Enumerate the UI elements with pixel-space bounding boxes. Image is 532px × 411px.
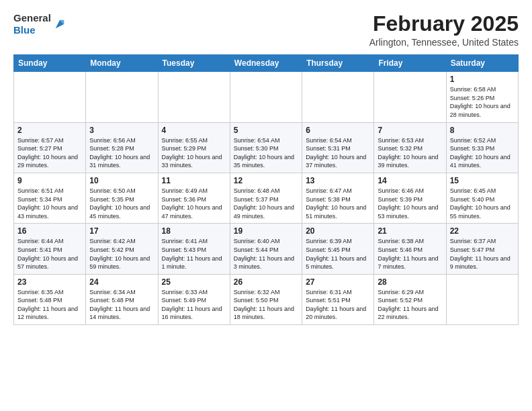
day-info: Sunrise: 6:55 AM Sunset: 5:29 PM Dayligh… bbox=[162, 136, 226, 170]
calendar-cell: 1Sunrise: 6:58 AM Sunset: 5:26 PM Daylig… bbox=[446, 72, 518, 122]
location: Arlington, Tennessee, United States bbox=[369, 37, 519, 48]
calendar-cell bbox=[374, 72, 446, 122]
day-number: 6 bbox=[306, 126, 370, 135]
calendar-cell: 2Sunrise: 6:57 AM Sunset: 5:27 PM Daylig… bbox=[14, 122, 86, 173]
day-number: 19 bbox=[234, 226, 298, 236]
day-info: Sunrise: 6:56 AM Sunset: 5:28 PM Dayligh… bbox=[89, 136, 154, 170]
weekday-header-monday: Monday bbox=[86, 55, 158, 72]
day-info: Sunrise: 6:31 AM Sunset: 5:51 PM Dayligh… bbox=[306, 288, 370, 322]
calendar-cell bbox=[302, 72, 374, 122]
calendar-cell bbox=[446, 274, 518, 324]
weekday-header-row: SundayMondayTuesdayWednesdayThursdayFrid… bbox=[14, 55, 519, 72]
day-number: 10 bbox=[89, 176, 154, 185]
week-row-4: 16Sunrise: 6:44 AM Sunset: 5:41 PM Dayli… bbox=[14, 224, 519, 274]
day-info: Sunrise: 6:44 AM Sunset: 5:41 PM Dayligh… bbox=[17, 237, 82, 271]
calendar-cell bbox=[86, 72, 158, 122]
day-number: 7 bbox=[378, 126, 442, 135]
calendar-cell bbox=[230, 72, 302, 122]
calendar-cell: 24Sunrise: 6:34 AM Sunset: 5:48 PM Dayli… bbox=[86, 274, 158, 324]
day-info: Sunrise: 6:40 AM Sunset: 5:44 PM Dayligh… bbox=[234, 237, 298, 271]
title-block: February 2025 Arlington, Tennessee, Unit… bbox=[369, 12, 519, 48]
day-number: 17 bbox=[89, 226, 154, 236]
day-info: Sunrise: 6:52 AM Sunset: 5:33 PM Dayligh… bbox=[450, 136, 515, 170]
day-info: Sunrise: 6:51 AM Sunset: 5:34 PM Dayligh… bbox=[17, 187, 82, 220]
day-info: Sunrise: 6:57 AM Sunset: 5:27 PM Dayligh… bbox=[17, 136, 82, 170]
calendar-cell: 25Sunrise: 6:33 AM Sunset: 5:49 PM Dayli… bbox=[158, 274, 230, 324]
calendar-cell: 27Sunrise: 6:31 AM Sunset: 5:51 PM Dayli… bbox=[302, 274, 374, 324]
weekday-header-saturday: Saturday bbox=[446, 55, 518, 72]
calendar-cell: 6Sunrise: 6:54 AM Sunset: 5:31 PM Daylig… bbox=[302, 122, 374, 173]
day-info: Sunrise: 6:42 AM Sunset: 5:42 PM Dayligh… bbox=[89, 237, 154, 271]
weekday-header-sunday: Sunday bbox=[14, 55, 86, 72]
day-number: 4 bbox=[162, 126, 226, 135]
day-info: Sunrise: 6:32 AM Sunset: 5:50 PM Dayligh… bbox=[234, 288, 298, 322]
calendar-cell: 16Sunrise: 6:44 AM Sunset: 5:41 PM Dayli… bbox=[14, 224, 86, 274]
day-number: 13 bbox=[306, 176, 370, 185]
day-info: Sunrise: 6:45 AM Sunset: 5:40 PM Dayligh… bbox=[450, 187, 515, 220]
day-info: Sunrise: 6:50 AM Sunset: 5:35 PM Dayligh… bbox=[89, 187, 154, 220]
calendar-cell: 15Sunrise: 6:45 AM Sunset: 5:40 PM Dayli… bbox=[446, 173, 518, 223]
calendar-cell: 8Sunrise: 6:52 AM Sunset: 5:33 PM Daylig… bbox=[446, 122, 518, 173]
calendar-cell: 19Sunrise: 6:40 AM Sunset: 5:44 PM Dayli… bbox=[230, 224, 302, 274]
calendar-cell: 13Sunrise: 6:47 AM Sunset: 5:38 PM Dayli… bbox=[302, 173, 374, 223]
calendar-cell: 4Sunrise: 6:55 AM Sunset: 5:29 PM Daylig… bbox=[158, 122, 230, 173]
day-number: 3 bbox=[89, 126, 154, 135]
day-info: Sunrise: 6:54 AM Sunset: 5:31 PM Dayligh… bbox=[306, 136, 370, 170]
day-number: 2 bbox=[17, 126, 82, 135]
logo-icon bbox=[52, 17, 67, 32]
day-info: Sunrise: 6:33 AM Sunset: 5:49 PM Dayligh… bbox=[162, 288, 226, 322]
day-number: 16 bbox=[17, 226, 82, 236]
day-info: Sunrise: 6:35 AM Sunset: 5:48 PM Dayligh… bbox=[17, 288, 82, 322]
day-info: Sunrise: 6:49 AM Sunset: 5:36 PM Dayligh… bbox=[162, 187, 226, 220]
week-row-5: 23Sunrise: 6:35 AM Sunset: 5:48 PM Dayli… bbox=[14, 274, 519, 324]
calendar-cell: 18Sunrise: 6:41 AM Sunset: 5:43 PM Dayli… bbox=[158, 224, 230, 274]
day-number: 1 bbox=[450, 75, 515, 84]
day-number: 5 bbox=[234, 126, 298, 135]
day-number: 15 bbox=[450, 176, 515, 185]
day-info: Sunrise: 6:48 AM Sunset: 5:37 PM Dayligh… bbox=[234, 187, 298, 220]
day-info: Sunrise: 6:41 AM Sunset: 5:43 PM Dayligh… bbox=[162, 237, 226, 271]
calendar-cell: 17Sunrise: 6:42 AM Sunset: 5:42 PM Dayli… bbox=[86, 224, 158, 274]
calendar-cell: 28Sunrise: 6:29 AM Sunset: 5:52 PM Dayli… bbox=[374, 274, 446, 324]
day-number: 22 bbox=[450, 226, 515, 236]
day-number: 12 bbox=[234, 176, 298, 185]
calendar: SundayMondayTuesdayWednesdayThursdayFrid… bbox=[13, 54, 519, 325]
day-info: Sunrise: 6:54 AM Sunset: 5:30 PM Dayligh… bbox=[234, 136, 298, 170]
calendar-cell: 3Sunrise: 6:56 AM Sunset: 5:28 PM Daylig… bbox=[86, 122, 158, 173]
day-number: 27 bbox=[306, 277, 370, 287]
calendar-cell: 5Sunrise: 6:54 AM Sunset: 5:30 PM Daylig… bbox=[230, 122, 302, 173]
day-info: Sunrise: 6:46 AM Sunset: 5:39 PM Dayligh… bbox=[378, 187, 442, 220]
weekday-header-tuesday: Tuesday bbox=[158, 55, 230, 72]
day-info: Sunrise: 6:37 AM Sunset: 5:47 PM Dayligh… bbox=[450, 237, 515, 271]
day-number: 18 bbox=[162, 226, 226, 236]
day-number: 9 bbox=[17, 176, 82, 185]
week-row-1: 1Sunrise: 6:58 AM Sunset: 5:26 PM Daylig… bbox=[14, 72, 519, 122]
day-number: 25 bbox=[162, 277, 226, 287]
calendar-cell: 20Sunrise: 6:39 AM Sunset: 5:45 PM Dayli… bbox=[302, 224, 374, 274]
calendar-cell: 14Sunrise: 6:46 AM Sunset: 5:39 PM Dayli… bbox=[374, 173, 446, 223]
day-info: Sunrise: 6:47 AM Sunset: 5:38 PM Dayligh… bbox=[306, 187, 370, 220]
calendar-cell: 7Sunrise: 6:53 AM Sunset: 5:32 PM Daylig… bbox=[374, 122, 446, 173]
day-number: 24 bbox=[89, 277, 154, 287]
calendar-cell bbox=[14, 72, 86, 122]
logo: General Blue bbox=[13, 12, 67, 36]
week-row-2: 2Sunrise: 6:57 AM Sunset: 5:27 PM Daylig… bbox=[14, 122, 519, 173]
day-number: 20 bbox=[306, 226, 370, 236]
week-row-3: 9Sunrise: 6:51 AM Sunset: 5:34 PM Daylig… bbox=[14, 173, 519, 223]
day-number: 14 bbox=[378, 176, 442, 185]
page-header: General Blue February 2025 Arlington, Te… bbox=[13, 12, 519, 48]
logo-text: General Blue bbox=[13, 12, 51, 36]
day-info: Sunrise: 6:29 AM Sunset: 5:52 PM Dayligh… bbox=[378, 288, 442, 322]
calendar-cell: 12Sunrise: 6:48 AM Sunset: 5:37 PM Dayli… bbox=[230, 173, 302, 223]
day-info: Sunrise: 6:39 AM Sunset: 5:45 PM Dayligh… bbox=[306, 237, 370, 271]
calendar-cell: 21Sunrise: 6:38 AM Sunset: 5:46 PM Dayli… bbox=[374, 224, 446, 274]
day-info: Sunrise: 6:38 AM Sunset: 5:46 PM Dayligh… bbox=[378, 237, 442, 271]
day-number: 28 bbox=[378, 277, 442, 287]
month-title: February 2025 bbox=[369, 12, 519, 36]
day-number: 11 bbox=[162, 176, 226, 185]
day-number: 21 bbox=[378, 226, 442, 236]
day-info: Sunrise: 6:34 AM Sunset: 5:48 PM Dayligh… bbox=[89, 288, 154, 322]
weekday-header-friday: Friday bbox=[374, 55, 446, 72]
day-number: 23 bbox=[17, 277, 82, 287]
calendar-cell bbox=[158, 72, 230, 122]
